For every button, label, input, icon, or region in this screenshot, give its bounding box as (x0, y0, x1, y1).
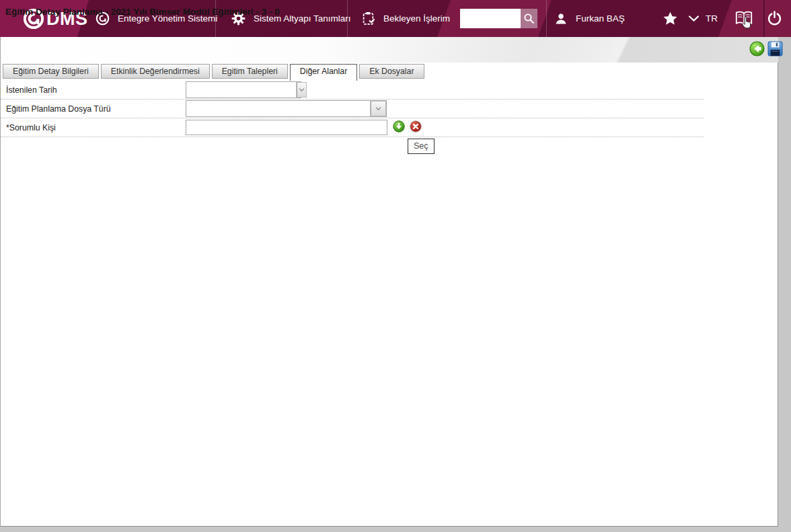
dosya-turu-dropdown (186, 100, 387, 117)
clear-person-button[interactable] (410, 120, 422, 135)
chevron-down-icon (689, 15, 699, 22)
user-name: Furkan BAŞ (576, 13, 625, 24)
select-person-button[interactable] (393, 120, 405, 135)
header-divider (546, 0, 547, 37)
user-icon (554, 12, 568, 26)
istenilen-tarih-input[interactable] (186, 82, 296, 98)
clear-x-icon (410, 120, 422, 135)
tab-etkinlik-degerlendirmesi[interactable]: Etkinlik Değerlendirmesi (101, 64, 210, 79)
sorumlu-kisi-input[interactable] (186, 120, 387, 135)
qdms-window: DMS Entegre Yönetim Sistemi (0, 0, 791, 532)
sec-tooltip: Seç (408, 139, 435, 154)
search-input[interactable] (460, 9, 521, 28)
titlebar-facet (428, 37, 778, 63)
search-button[interactable] (521, 9, 537, 28)
tab-bar: Eğitim Detay Bilgileri Etkinlik Değerlen… (3, 64, 424, 81)
menu-item-label: Bekleyen İşlerim (383, 13, 450, 24)
back-button[interactable] (749, 41, 765, 59)
tasks-clipboard-icon (362, 11, 375, 26)
menu-item-entegre-yonetim-sistemi[interactable]: Entegre Yönetim Sistemi (96, 0, 217, 37)
select-down-icon (393, 120, 405, 135)
tab-diger-alanlar[interactable]: Diğer Alanlar (290, 64, 357, 81)
form-row-egitim-planlama-dosya-turu: Eğitim Planlama Dosya Türü (1, 100, 704, 118)
istenilen-tarih-dropdown (186, 81, 301, 98)
save-button[interactable] (767, 41, 783, 59)
language-selector[interactable]: TR (689, 0, 718, 37)
page-title: Eğitim Detay Planlama - 2021 Yılı Bimser… (5, 7, 280, 17)
header-divider (763, 0, 765, 37)
dropdown-arrow-button[interactable] (297, 83, 306, 97)
tab-ek-dosyalar[interactable]: Ek Dosyalar (359, 64, 424, 79)
favorites-star-icon[interactable] (663, 11, 677, 28)
form-panel: İstenilen Tarih Eğitim Planlama Dosya Tü… (1, 81, 704, 137)
power-icon[interactable] (767, 11, 782, 29)
form-row-istenilen-tarih: İstenilen Tarih (1, 81, 704, 100)
search-icon (523, 13, 535, 24)
tab-egitim-talepleri[interactable]: Egitim Talepleri (212, 64, 288, 79)
language-code: TR (706, 13, 718, 24)
user-menu[interactable]: Furkan BAŞ (554, 0, 625, 37)
dosya-turu-input[interactable] (186, 101, 370, 116)
menu-item-bekleyen-islerim[interactable]: Bekleyen İşlerim (362, 0, 450, 37)
field-label: Eğitim Planlama Dosya Türü (1, 104, 186, 114)
title-bar (1, 37, 778, 63)
global-search (460, 9, 537, 28)
field-label: İstenilen Tarih (1, 85, 186, 95)
tab-egitim-detay-bilgileri[interactable]: Eğitim Detay Bilgileri (3, 64, 99, 79)
dropdown-arrow-button[interactable] (371, 102, 385, 116)
form-row-sorumlu-kisi: *Sorumlu Kişi (1, 118, 704, 137)
menu-item-sistem-altyapi-tanimlari[interactable]: Sistem Altyapı Tanımları (231, 0, 351, 37)
top-navigation-bar: DMS Entegre Yönetim Sistemi (0, 0, 791, 37)
field-label: *Sorumlu Kişi (1, 123, 186, 132)
help-book-icon[interactable] (735, 10, 753, 29)
